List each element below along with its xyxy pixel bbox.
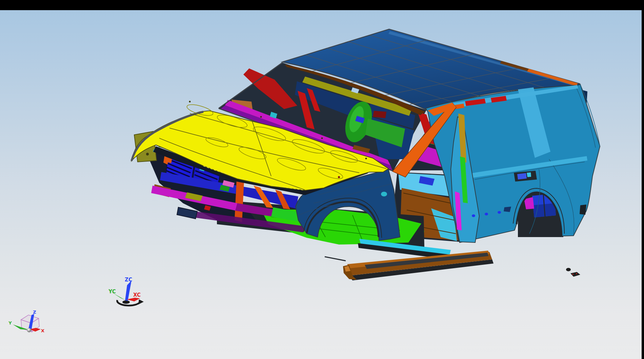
datum-y-label: Y: [8, 320, 12, 325]
cad-viewport[interactable]: ZC YC XC Z Y X: [0, 0, 644, 359]
datum-z-label: Z: [33, 310, 36, 315]
wcs-triad[interactable]: ZC YC XC: [108, 277, 144, 305]
wcs-x-axis: [127, 298, 140, 301]
running-board[interactable]: [325, 251, 494, 280]
wcs-x-label: XC: [133, 292, 141, 298]
top-black-bar: [0, 0, 644, 10]
datum-origin-ball: [27, 328, 31, 332]
wcs-y-label: YC: [108, 289, 116, 295]
fender-marker-cyan: [381, 192, 387, 196]
datum-x-label: X: [41, 328, 44, 333]
detached-small-parts[interactable]: [566, 268, 580, 277]
datum-csys[interactable]: Z Y X: [8, 310, 44, 333]
front-spoiler-tab: [177, 207, 197, 219]
model-canvas[interactable]: ZC YC XC Z Y X: [0, 0, 644, 359]
wcs-z-label: ZC: [125, 277, 132, 283]
right-black-bar: [642, 0, 644, 359]
sensor-rod: [325, 257, 346, 261]
wcs-z-axis: [125, 280, 132, 301]
